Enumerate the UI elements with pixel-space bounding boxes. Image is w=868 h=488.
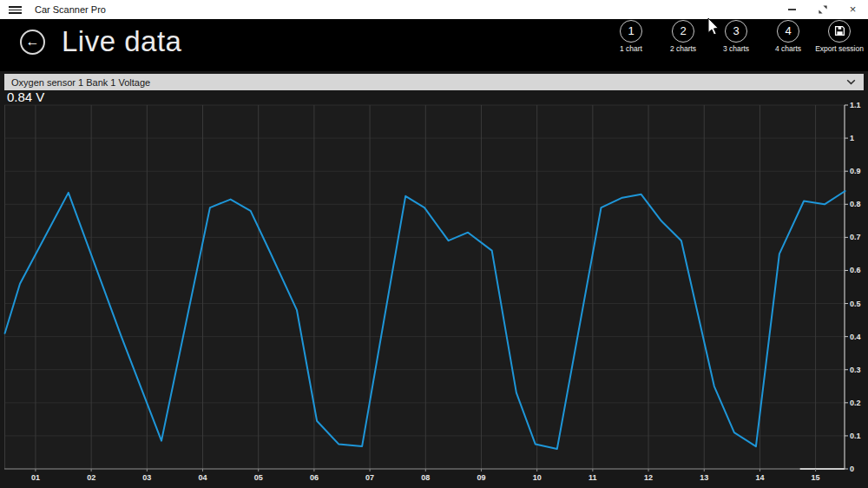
page-header: ← Live data 11 chart22 charts33 charts44… bbox=[0, 19, 868, 71]
chart-count-circle: 3 bbox=[725, 20, 747, 43]
y-tick-label: 0.5 bbox=[850, 300, 861, 308]
y-tick-label: 0.2 bbox=[850, 399, 861, 407]
chart-count-label: 3 charts bbox=[710, 44, 762, 53]
app-window: { "app": { "title": "Car Scanner Pro" },… bbox=[0, 0, 868, 488]
minimize-icon bbox=[788, 9, 796, 10]
y-tick-label: 0.7 bbox=[850, 233, 861, 241]
x-tick-label: 02 bbox=[87, 473, 95, 482]
x-tick-label: 07 bbox=[365, 473, 374, 482]
x-tick-label: 05 bbox=[254, 473, 263, 482]
y-tick-label: 0.3 bbox=[850, 366, 861, 374]
current-reading: 0.84 V bbox=[7, 89, 44, 104]
x-tick-label: 10 bbox=[533, 473, 542, 482]
y-tick-label: 0.1 bbox=[850, 432, 861, 440]
app-title: Car Scanner Pro bbox=[35, 0, 106, 19]
y-tick-label: 0.9 bbox=[850, 167, 861, 175]
chart-count-label: 1 chart bbox=[605, 44, 657, 53]
close-button[interactable]: × bbox=[838, 0, 868, 19]
x-tick-label: 12 bbox=[644, 473, 653, 482]
minimize-button[interactable] bbox=[777, 0, 807, 19]
x-tick-label: 09 bbox=[477, 473, 485, 482]
x-tick-label: 04 bbox=[199, 473, 207, 482]
window-controls: × bbox=[777, 0, 868, 19]
floppy-disk-icon bbox=[834, 25, 845, 36]
export-session-button[interactable]: Export session bbox=[805, 20, 868, 53]
mouse-cursor bbox=[706, 17, 721, 38]
arrow-left-icon: ← bbox=[26, 35, 40, 49]
hamburger-icon[interactable] bbox=[9, 6, 22, 14]
close-x-icon: × bbox=[850, 0, 857, 19]
x-tick-label: 06 bbox=[310, 473, 319, 482]
x-tick-label: 03 bbox=[142, 473, 151, 482]
restore-diagonal-icon bbox=[819, 5, 827, 14]
chart-count-button-2[interactable]: 22 charts bbox=[657, 20, 709, 53]
y-tick-label: 1.1 bbox=[850, 101, 861, 109]
x-tick-label: 01 bbox=[31, 473, 40, 482]
y-tick-label: 0 bbox=[850, 465, 854, 473]
titlebar: Car Scanner Pro × bbox=[0, 0, 868, 19]
sensor-selector-dropdown[interactable]: Oxygen sensor 1 Bank 1 Voltage bbox=[4, 74, 864, 90]
chart-count-circle: 4 bbox=[777, 20, 799, 43]
x-tick-label: 15 bbox=[812, 473, 820, 482]
chart-count-circle: 2 bbox=[672, 20, 694, 43]
y-tick-label: 0.6 bbox=[850, 266, 861, 274]
restore-button[interactable] bbox=[807, 0, 838, 19]
back-button[interactable]: ← bbox=[20, 30, 45, 55]
y-tick-label: 0.4 bbox=[850, 333, 861, 341]
chart-count-label: 2 charts bbox=[657, 44, 709, 53]
page-title: Live data bbox=[62, 25, 181, 58]
export-circle bbox=[828, 20, 851, 43]
x-tick-label: 14 bbox=[755, 473, 764, 482]
y-tick-label: 1 bbox=[850, 134, 854, 142]
y-tick-label: 0.8 bbox=[850, 200, 861, 208]
chart-count-button-1[interactable]: 11 chart bbox=[605, 20, 657, 53]
x-tick-label: 08 bbox=[421, 473, 430, 482]
x-tick-label: 13 bbox=[700, 473, 708, 482]
plot-background bbox=[4, 105, 845, 469]
chart-count-circle: 1 bbox=[620, 20, 642, 43]
export-session-label: Export session bbox=[805, 44, 868, 53]
chevron-down-icon bbox=[846, 79, 856, 85]
x-tick-label: 11 bbox=[589, 473, 597, 482]
sensor-selector-value: Oxygen sensor 1 Bank 1 Voltage bbox=[11, 77, 150, 88]
